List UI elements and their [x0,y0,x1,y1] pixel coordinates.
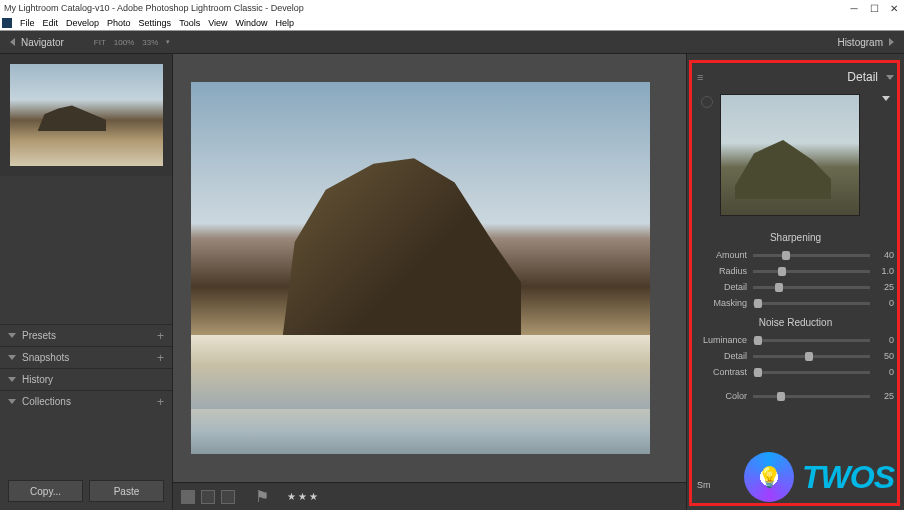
before-after-icon[interactable] [201,490,215,504]
slider-masking[interactable]: Masking 0 [687,295,904,311]
panel-presets[interactable]: Presets + [0,324,172,346]
slider-value: 50 [870,351,894,361]
slider-value: 40 [870,250,894,260]
add-icon[interactable]: + [157,395,164,409]
rating-stars[interactable]: ★★★ [287,491,320,502]
detail-loupe-preview[interactable] [720,94,860,216]
add-icon[interactable]: + [157,351,164,365]
disclosure-icon[interactable] [886,75,894,80]
nav-zoom33[interactable]: 33% [142,38,158,47]
add-icon[interactable]: + [157,329,164,343]
maximize-icon[interactable]: ☐ [868,2,880,14]
slider-value: 0 [870,335,894,345]
center-canvas-area: ⚑ ★★★ [173,54,686,510]
menu-edit[interactable]: Edit [41,18,61,28]
window-title: My Lightroom Catalog-v10 - Adobe Photosh… [4,3,304,13]
watermark-text: TWOS [802,459,894,496]
close-icon[interactable]: ✕ [888,2,900,14]
nav-fit[interactable]: FIT [94,38,106,47]
noise-title: Noise Reduction [687,317,904,328]
panel-label: Presets [22,330,56,341]
slider-label: Luminance [697,335,753,345]
copy-button[interactable]: Copy... [8,480,83,502]
navigator-label: Navigator [21,37,64,48]
collapse-right-icon[interactable] [889,38,894,46]
paste-button[interactable]: Paste [89,480,164,502]
slider-label: Detail [697,351,753,361]
loupe-view-icon[interactable] [181,490,195,504]
menu-bar: File Edit Develop Photo Settings Tools V… [0,16,904,31]
menu-settings[interactable]: Settings [137,18,174,28]
menu-file[interactable]: File [18,18,37,28]
slider-contrast[interactable]: Contrast 0 [687,364,904,380]
slider-value: 0 [870,298,894,308]
menu-tools[interactable]: Tools [177,18,202,28]
panel-label: Snapshots [22,352,69,363]
panel-label: History [22,374,53,385]
nav-zoom100[interactable]: 100% [114,38,134,47]
collapse-left-icon[interactable] [10,38,15,46]
left-panel: Presets + Snapshots + History Collection… [0,54,173,510]
panel-label: Collections [22,396,71,407]
watermark: TWOS [744,452,894,502]
slider-label: Amount [697,250,753,260]
slider-nr-detail[interactable]: Detail 50 [687,348,904,364]
disclosure-icon [8,333,16,338]
menu-window[interactable]: Window [234,18,270,28]
sharpening-title: Sharpening [687,232,904,243]
window-titlebar: My Lightroom Catalog-v10 - Adobe Photosh… [0,0,904,16]
flag-icon[interactable]: ⚑ [255,487,269,506]
bottom-toolbar: ⚑ ★★★ [173,482,686,510]
lightbulb-icon [744,452,794,502]
menu-view[interactable]: View [206,18,229,28]
panel-collections[interactable]: Collections + [0,390,172,412]
menu-help[interactable]: Help [274,18,297,28]
app-icon [2,18,12,28]
slider-label: Contrast [697,367,753,377]
menu-develop[interactable]: Develop [64,18,101,28]
right-panel: ≡ Detail Sharpening Amount 40 Radius 1.0 [686,54,904,510]
smooth-label-partial: Sm [697,480,711,490]
slider-radius[interactable]: Radius 1.0 [687,263,904,279]
view-option-icon[interactable] [221,490,235,504]
slider-value: 25 [870,282,894,292]
slider-label: Detail [697,282,753,292]
slider-color[interactable]: Color 25 [687,388,904,404]
navigator-preview[interactable] [10,64,163,166]
slider-value: 0 [870,367,894,377]
main-photo[interactable] [191,82,650,454]
slider-label: Masking [697,298,753,308]
loupe-zoom-icon[interactable] [882,96,890,101]
slider-detail[interactable]: Detail 25 [687,279,904,295]
slider-value: 25 [870,391,894,401]
minimize-icon[interactable]: ─ [848,2,860,14]
slider-label: Color [697,391,753,401]
panel-snapshots[interactable]: Snapshots + [0,346,172,368]
disclosure-icon [8,377,16,382]
detail-panel-title: Detail [847,70,878,84]
slider-label: Radius [697,266,753,276]
slider-value: 1.0 [870,266,894,276]
menu-photo[interactable]: Photo [105,18,133,28]
loupe-target-icon[interactable] [701,96,713,108]
slider-amount[interactable]: Amount 40 [687,247,904,263]
disclosure-icon [8,399,16,404]
zoom-dropdown-icon[interactable]: ▾ [166,38,170,46]
disclosure-icon [8,355,16,360]
histogram-label: Histogram [837,37,883,48]
panel-history[interactable]: History [0,368,172,390]
panel-menu-icon[interactable]: ≡ [697,71,703,83]
slider-luminance[interactable]: Luminance 0 [687,332,904,348]
